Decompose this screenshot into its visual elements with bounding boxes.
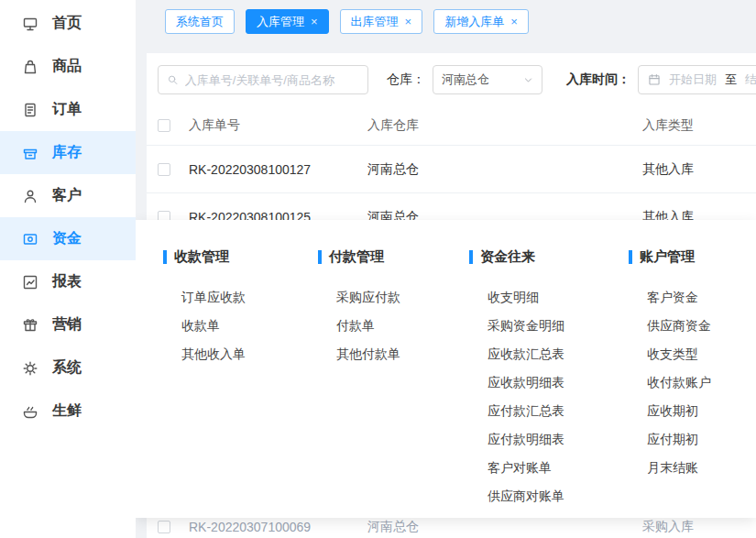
- start-date-placeholder: 开始日期: [669, 71, 717, 88]
- table-row[interactable]: RK-20220308100127 河南总仓 其他入库: [147, 146, 756, 193]
- table-header-row: 入库单号 入库仓库 入库类型: [147, 106, 756, 146]
- sidebar-item-label: 商品: [52, 57, 82, 76]
- menu-item[interactable]: 采购资金明细: [469, 312, 629, 340]
- system-icon: [22, 360, 38, 377]
- filter-bar: 仓库： 河南总仓 入库时间： 开始日期 至 结束日期: [147, 53, 756, 106]
- sidebar-item-home[interactable]: 首页: [0, 2, 136, 45]
- tab-label: 系统首页: [176, 14, 224, 30]
- sidebar-item-orders[interactable]: 订单: [0, 88, 136, 131]
- search-input[interactable]: [185, 73, 359, 87]
- inventory-icon: [22, 145, 38, 161]
- tab-outbound-management[interactable]: 出库管理 ×: [340, 9, 423, 34]
- order-icon: [22, 102, 38, 118]
- menu-item[interactable]: 付款单: [318, 312, 469, 340]
- menu-item[interactable]: 应收款汇总表: [469, 340, 629, 368]
- menu-item[interactable]: 客户资金: [629, 283, 756, 312]
- sidebar-item-system[interactable]: 系统: [0, 346, 136, 390]
- date-range-picker[interactable]: 开始日期 至 结束日期: [638, 65, 756, 94]
- menu-group-receipts: 收款管理 订单应收款 收款单 其他收入单: [163, 247, 318, 518]
- menu-item[interactable]: 采购应付款: [318, 283, 469, 312]
- search-icon: [167, 73, 179, 86]
- menu-group-title: 收款管理: [163, 247, 318, 267]
- menu-item[interactable]: 收支类型: [629, 340, 756, 368]
- menu-item[interactable]: 应付款汇总表: [469, 397, 629, 425]
- close-icon[interactable]: ×: [510, 16, 518, 27]
- column-header-order-no: 入库单号: [189, 117, 367, 134]
- marketing-icon: [22, 317, 38, 334]
- group-marker: [629, 250, 632, 264]
- menu-item[interactable]: 收付款账户: [629, 368, 756, 397]
- tab-bar: 系统首页 入库管理 × 出库管理 × 新增入库单 ×: [136, 0, 756, 43]
- sidebar-item-label: 资金: [52, 229, 82, 248]
- menu-item[interactable]: 收支明细: [469, 283, 629, 312]
- table-row[interactable]: RK-20220307100069 河南总仓 采购入库: [147, 516, 756, 538]
- funds-mega-menu: 收款管理 订单应收款 收款单 其他收入单 付款管理 采购应付款 付款单 其他付款…: [136, 220, 756, 518]
- chevron-down-icon: [523, 75, 533, 85]
- menu-item[interactable]: 供应商资金: [629, 312, 756, 340]
- group-title-label: 账户管理: [640, 248, 695, 266]
- menu-item[interactable]: 收款单: [163, 312, 318, 340]
- sidebar-item-reports[interactable]: 报表: [0, 260, 136, 303]
- sidebar-item-funds[interactable]: 资金: [0, 217, 136, 260]
- report-icon: [22, 274, 38, 291]
- group-marker: [318, 250, 322, 264]
- menu-group-accounts: 账户管理 客户资金 供应商资金 收支类型 收付款账户 应收期初 应付期初 月末结…: [629, 247, 756, 518]
- row-checkbox[interactable]: [158, 163, 170, 176]
- menu-item[interactable]: 其他收入单: [163, 340, 318, 368]
- sidebar-item-fresh[interactable]: 生鲜: [0, 390, 136, 433]
- menu-group-title: 付款管理: [318, 247, 469, 267]
- sidebar-item-inventory[interactable]: 库存: [0, 131, 136, 174]
- menu-group-fund-transactions: 资金往来 收支明细 采购资金明细 应收款汇总表 应收款明细表 应付款汇总表 应付…: [469, 247, 629, 518]
- sidebar-item-goods[interactable]: 商品: [0, 45, 136, 88]
- cell-warehouse: 河南总仓: [367, 161, 642, 178]
- home-icon: [22, 16, 38, 32]
- sidebar-item-label: 订单: [52, 100, 82, 119]
- inbound-time-label: 入库时间：: [566, 71, 630, 88]
- tab-label: 新增入库单: [444, 14, 504, 30]
- tab-inbound-management[interactable]: 入库管理 ×: [246, 9, 329, 34]
- close-icon[interactable]: ×: [405, 16, 412, 27]
- search-box[interactable]: [158, 65, 368, 94]
- sidebar-item-label: 报表: [52, 272, 82, 291]
- menu-item[interactable]: 客户对账单: [469, 454, 629, 482]
- customer-icon: [22, 188, 38, 204]
- row-checkbox[interactable]: [158, 521, 170, 533]
- cell-type: 其他入库: [642, 161, 756, 178]
- menu-item[interactable]: 应收期初: [629, 397, 756, 425]
- menu-item[interactable]: 其他付款单: [318, 340, 469, 368]
- menu-group-title: 账户管理: [629, 247, 756, 267]
- sidebar-item-label: 生鲜: [52, 401, 82, 421]
- menu-group-payments: 付款管理 采购应付款 付款单 其他付款单: [318, 247, 469, 518]
- select-all-checkbox[interactable]: [158, 119, 170, 132]
- calendar-icon: [648, 73, 661, 86]
- warehouse-label: 仓库：: [387, 71, 425, 88]
- goods-icon: [22, 59, 38, 75]
- sidebar-item-label: 客户: [52, 186, 82, 205]
- sidebar-item-customers[interactable]: 客户: [0, 174, 136, 217]
- cell-type: 采购入库: [642, 519, 756, 535]
- group-marker: [469, 250, 473, 264]
- fresh-icon: [22, 403, 38, 420]
- menu-group-title: 资金往来: [469, 247, 629, 267]
- menu-item[interactable]: 应收款明细表: [469, 368, 629, 397]
- menu-item[interactable]: 应付期初: [629, 425, 756, 454]
- cell-order-no: RK-20220308100127: [189, 162, 367, 177]
- warehouse-select[interactable]: 河南总仓: [433, 65, 542, 94]
- cell-warehouse: 河南总仓: [367, 519, 642, 535]
- tab-label: 出库管理: [351, 14, 399, 30]
- funds-icon: [22, 231, 38, 247]
- sidebar-item-marketing[interactable]: 营销: [0, 303, 136, 346]
- group-title-label: 资金往来: [480, 248, 535, 266]
- warehouse-selected-value: 河南总仓: [442, 71, 489, 88]
- tab-label: 入库管理: [257, 14, 304, 30]
- menu-item[interactable]: 月末结账: [629, 454, 756, 482]
- tab-new-inbound-order[interactable]: 新增入库单 ×: [433, 9, 529, 34]
- sidebar-item-label: 系统: [52, 358, 82, 378]
- menu-item[interactable]: 订单应收款: [163, 283, 318, 312]
- group-title-label: 收款管理: [174, 248, 229, 266]
- menu-item[interactable]: 应付款明细表: [469, 425, 629, 454]
- close-icon[interactable]: ×: [311, 16, 318, 27]
- tab-system-home[interactable]: 系统首页: [165, 9, 235, 34]
- column-header-type: 入库类型: [642, 117, 756, 134]
- menu-item[interactable]: 供应商对账单: [469, 482, 629, 511]
